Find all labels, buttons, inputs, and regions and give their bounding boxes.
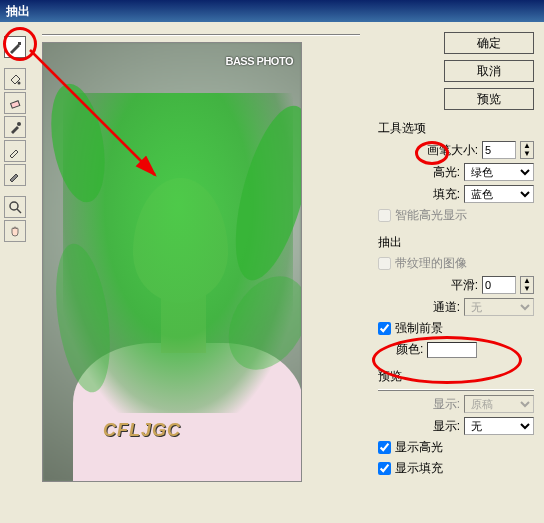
- brush-size-label: 画笔大小:: [427, 142, 478, 159]
- textured-image-checkbox: [378, 257, 391, 270]
- textured-image-label: 带纹理的图像: [395, 255, 467, 272]
- highlight-label: 高光:: [433, 164, 460, 181]
- brush-size-spinner[interactable]: ▲▼: [520, 141, 534, 159]
- preview-button[interactable]: 预览: [444, 88, 534, 110]
- watermark-top: BASS PHOTO: [225, 55, 293, 67]
- cleanup-tool[interactable]: [4, 140, 26, 162]
- show1-label: 显示:: [433, 396, 460, 413]
- ok-button[interactable]: 确定: [444, 32, 534, 54]
- tool-options-label: 工具选项: [378, 120, 534, 137]
- cancel-button[interactable]: 取消: [444, 60, 534, 82]
- show2-select[interactable]: 无: [464, 417, 534, 435]
- smart-highlight-checkbox: [378, 209, 391, 222]
- svg-point-4: [10, 202, 18, 210]
- show-highlight-checkbox[interactable]: [378, 441, 391, 454]
- edge-highlighter-tool[interactable]: [4, 36, 26, 58]
- zoom-tool[interactable]: [4, 196, 26, 218]
- smooth-spinner[interactable]: ▲▼: [520, 276, 534, 294]
- fill-select[interactable]: 蓝色: [464, 185, 534, 203]
- svg-point-3: [17, 122, 21, 126]
- hand-tool[interactable]: [4, 220, 26, 242]
- eraser-tool[interactable]: [4, 92, 26, 114]
- show-fill-checkbox[interactable]: [378, 462, 391, 475]
- show-highlight-label: 显示高光: [395, 439, 443, 456]
- smooth-input[interactable]: [482, 276, 516, 294]
- preview-image[interactable]: BASS PHOTO CFLJGC: [42, 42, 302, 482]
- channel-label: 通道:: [433, 299, 460, 316]
- svg-line-5: [17, 209, 21, 213]
- highlight-select[interactable]: 绿色: [464, 163, 534, 181]
- show2-label: 显示:: [433, 418, 460, 435]
- foreground-color-swatch[interactable]: [427, 342, 477, 358]
- eyedropper-tool[interactable]: [4, 116, 26, 138]
- channel-select: 无: [464, 298, 534, 316]
- force-foreground-checkbox[interactable]: [378, 322, 391, 335]
- svg-rect-2: [11, 101, 20, 108]
- brush-size-input[interactable]: [482, 141, 516, 159]
- edge-touchup-tool[interactable]: [4, 164, 26, 186]
- smart-highlight-label: 智能高光显示: [395, 207, 467, 224]
- show1-select: 原稿: [464, 395, 534, 413]
- options-panel: 确定 取消 预览 工具选项 画笔大小: ▲▼ 高光: 绿色 填充: 蓝色 智能高…: [368, 26, 540, 519]
- preview-area: BASS PHOTO CFLJGC: [30, 26, 368, 519]
- svg-point-1: [18, 82, 21, 85]
- smooth-label: 平滑:: [451, 277, 478, 294]
- svg-rect-0: [18, 42, 21, 45]
- show-fill-label: 显示填充: [395, 460, 443, 477]
- fill-tool[interactable]: [4, 68, 26, 90]
- dialog-body: BASS PHOTO CFLJGC 确定 取消 预览 工具选项 画笔大小: ▲▼…: [0, 22, 544, 523]
- force-foreground-label: 强制前景: [395, 320, 443, 337]
- fill-label: 填充:: [433, 186, 460, 203]
- preview-section-label: 预览: [378, 368, 534, 385]
- title-bar: 抽出: [0, 0, 544, 22]
- color-label: 颜色:: [396, 341, 423, 358]
- extraction-label: 抽出: [378, 234, 534, 251]
- watermark-bottom: CFLJGC: [103, 420, 181, 441]
- tool-palette: [4, 26, 30, 519]
